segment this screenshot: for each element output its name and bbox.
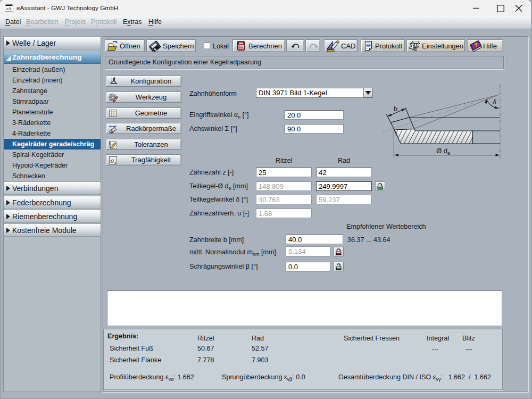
svg-text:e: e — [447, 150, 450, 156]
svg-text:eA: eA — [6, 6, 11, 11]
svg-text:Ø d: Ø d — [436, 147, 447, 155]
svg-text:x: x — [114, 160, 117, 165]
svg-text:b: b — [394, 105, 397, 113]
svg-text:δ: δ — [493, 97, 496, 106]
